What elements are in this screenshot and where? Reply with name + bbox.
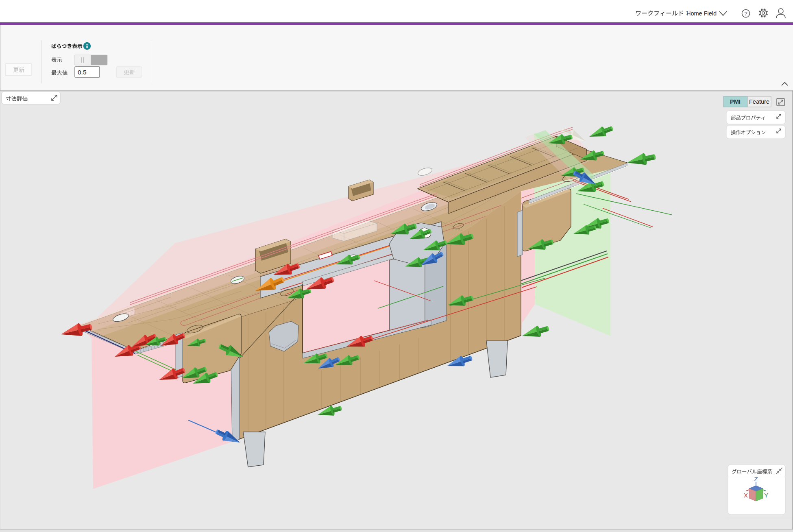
svg-text:Home Field: Home Field [686, 10, 717, 17]
svg-text:Z: Z [754, 475, 758, 482]
svg-text:X: X [744, 492, 748, 499]
svg-text:0.5: 0.5 [78, 69, 87, 76]
svg-text:?: ? [744, 11, 747, 17]
svg-text:Feature: Feature [749, 98, 769, 105]
svg-text:Y: Y [764, 492, 768, 499]
svg-text:PMI: PMI [730, 98, 741, 105]
